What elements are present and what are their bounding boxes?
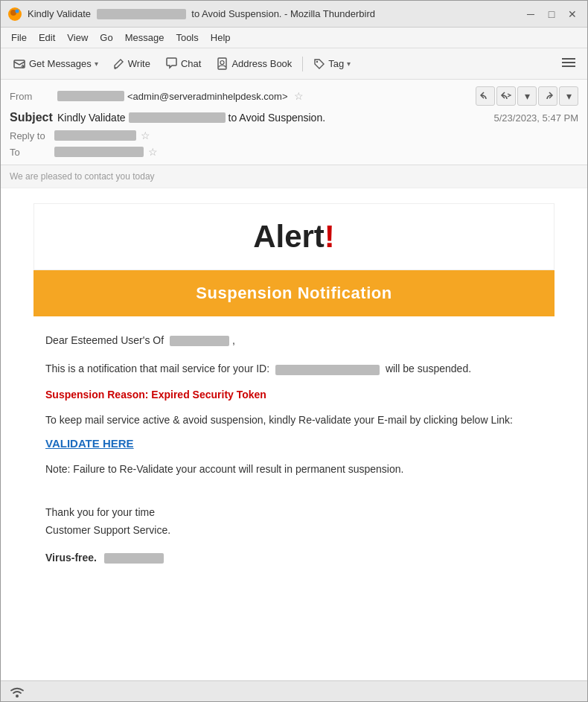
write-icon xyxy=(113,57,125,70)
window-controls: ─ □ ✕ xyxy=(523,7,580,22)
alert-title: Alert! xyxy=(49,219,539,255)
menu-view[interactable]: View xyxy=(63,31,92,45)
get-messages-button[interactable]: Get Messages ▾ xyxy=(7,53,104,75)
menu-tools[interactable]: Tools xyxy=(171,31,202,45)
address-book-button[interactable]: Address Book xyxy=(210,53,298,75)
hamburger-icon xyxy=(562,57,575,70)
menu-file[interactable]: File xyxy=(7,31,31,45)
reply-button[interactable] xyxy=(476,86,495,106)
reply-to-redacted xyxy=(54,130,136,141)
from-address: <admin@serveradminhelpdesk.com> xyxy=(127,91,288,102)
virus-free-link-redacted[interactable] xyxy=(104,553,164,564)
toolbar: Get Messages ▾ Write Chat xyxy=(1,48,587,80)
svg-point-5 xyxy=(220,61,224,65)
dear-paragraph: Dear Esteemed User's Of , xyxy=(45,334,543,346)
menu-bar: File Edit View Go Message Tools Help xyxy=(1,28,587,48)
alert-box: Alert! xyxy=(33,203,555,270)
to-redacted xyxy=(54,147,144,157)
more-dropdown-button[interactable]: ▾ xyxy=(559,86,578,106)
thank-you-text: Thank you for your time Customer Support… xyxy=(45,504,543,540)
menu-edit[interactable]: Edit xyxy=(34,31,60,45)
revalidate-paragraph: To keep mail service active & avoid susp… xyxy=(45,412,543,428)
email-header: From <admin@serveradminhelpdesk.com> ☆ xyxy=(1,80,587,165)
suspension-banner: Suspension Notification xyxy=(33,270,555,316)
status-bar xyxy=(1,680,587,701)
reply-all-button[interactable] xyxy=(496,86,516,106)
title-bar: Kindly Validate to Avoid Suspension. - M… xyxy=(1,1,587,28)
svg-point-2 xyxy=(16,9,19,13)
suspension-reason: Suspension Reason: Expired Security Toke… xyxy=(45,389,543,401)
get-messages-label: Get Messages xyxy=(29,58,92,69)
write-label: Write xyxy=(128,58,150,69)
email-html: Alert! Suspension Notification Dear Este… xyxy=(1,188,587,578)
wifi-icon xyxy=(8,684,26,699)
dear-redacted xyxy=(170,336,229,346)
notification-paragraph: This is a notification that mail service… xyxy=(45,361,543,377)
window-title: Kindly Validate to Avoid Suspension. - M… xyxy=(28,8,523,20)
forward-button[interactable] xyxy=(538,86,557,106)
to-label: To xyxy=(10,147,54,158)
maximize-button[interactable]: □ xyxy=(544,7,559,22)
from-label: From xyxy=(10,91,54,102)
note-paragraph: Note: Failure to Re-Validate your accoun… xyxy=(45,462,543,477)
minimize-button[interactable]: ─ xyxy=(523,7,538,22)
write-button[interactable]: Write xyxy=(107,53,156,75)
close-button[interactable]: ✕ xyxy=(565,7,580,22)
tag-icon xyxy=(313,57,325,70)
get-messages-dropdown-icon[interactable]: ▾ xyxy=(95,60,98,68)
email-body: CPT Alert! Suspension Notification xyxy=(1,188,587,680)
more-actions-button[interactable]: ▾ xyxy=(517,86,537,106)
virus-free-line: Virus-free. xyxy=(45,552,543,564)
toolbar-separator xyxy=(302,57,303,71)
email-timestamp: 5/23/2023, 5:47 PM xyxy=(494,112,578,124)
subject-start: Kindly Validate xyxy=(57,112,126,124)
tag-dropdown-icon[interactable]: ▾ xyxy=(347,60,351,68)
svg-point-10 xyxy=(16,695,19,698)
alert-exclamation: ! xyxy=(325,219,335,254)
from-name-redacted xyxy=(57,91,124,101)
address-book-icon xyxy=(216,57,229,70)
svg-rect-4 xyxy=(218,58,226,69)
menu-help[interactable]: Help xyxy=(206,31,235,45)
email-content: CPT Alert! Suspension Notification xyxy=(1,188,587,680)
app-icon xyxy=(8,7,22,21)
thunderbird-window: Kindly Validate to Avoid Suspension. - M… xyxy=(0,0,588,702)
subject-redacted xyxy=(129,112,226,123)
chat-button[interactable]: Chat xyxy=(159,53,207,75)
from-star-icon[interactable]: ☆ xyxy=(294,90,304,102)
to-row: To ☆ xyxy=(10,144,578,160)
suspension-banner-text: Suspension Notification xyxy=(196,284,392,302)
get-messages-icon xyxy=(13,57,26,71)
notification-redacted xyxy=(275,365,380,375)
email-preview-text: We are pleased to contact you today xyxy=(1,165,587,188)
reply-to-label: Reply to xyxy=(10,130,54,141)
reply-to-row: Reply to ☆ xyxy=(10,127,578,144)
chat-label: Chat xyxy=(181,58,201,69)
from-row: From <admin@serveradminhelpdesk.com> ☆ xyxy=(10,84,578,108)
tag-button[interactable]: Tag ▾ xyxy=(307,53,357,75)
svg-point-6 xyxy=(316,61,318,63)
hamburger-menu-button[interactable] xyxy=(556,53,581,75)
reply-to-star-icon[interactable]: ☆ xyxy=(141,130,150,141)
address-book-label: Address Book xyxy=(231,58,292,69)
spacer xyxy=(45,492,543,504)
subject-row: Subject Kindly Validate to Avoid Suspens… xyxy=(10,108,578,127)
email-body-text: Dear Esteemed User's Of , This is a noti… xyxy=(33,334,555,564)
to-star-icon[interactable]: ☆ xyxy=(148,146,158,158)
menu-go[interactable]: Go xyxy=(95,31,117,45)
menu-message[interactable]: Message xyxy=(121,31,169,45)
tag-label: Tag xyxy=(328,58,344,69)
subject-label: Subject xyxy=(10,111,54,124)
email-inner: Alert! Suspension Notification Dear Este… xyxy=(33,203,555,564)
chat-icon xyxy=(165,57,178,70)
subject-end: to Avoid Suspension. xyxy=(229,112,326,124)
header-action-buttons: ▾ ▾ xyxy=(476,86,578,106)
validate-link[interactable]: VALIDATE HERE xyxy=(45,437,134,450)
